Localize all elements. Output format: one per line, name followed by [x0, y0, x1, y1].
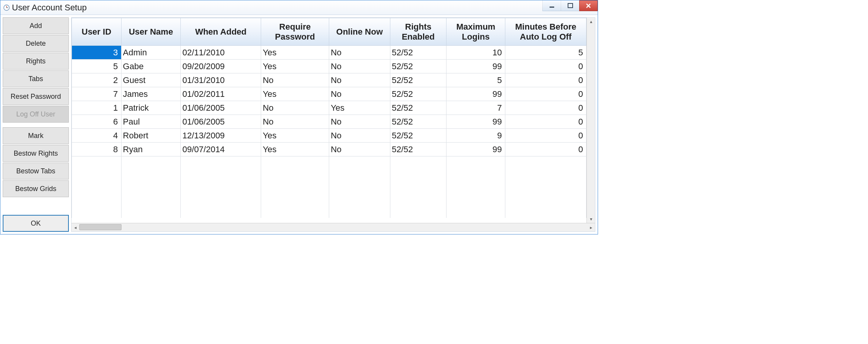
cell-user_id[interactable]: 4 [72, 129, 122, 143]
cell-user_name[interactable]: Paul [121, 115, 181, 129]
close-button[interactable] [579, 0, 598, 11]
cell-require_password[interactable]: No [261, 73, 329, 87]
col-header-user-name[interactable]: User Name [121, 18, 181, 46]
hscroll-track[interactable] [79, 223, 587, 231]
table-row[interactable]: 3Admin02/11/2010YesNo52/52105 [72, 46, 586, 60]
cell-when_added[interactable]: 09/07/2014 [181, 143, 261, 156]
col-header-require-password[interactable]: Require Password [261, 18, 329, 46]
cell-require_password[interactable]: No [261, 115, 329, 129]
cell-require_password[interactable]: Yes [261, 87, 329, 101]
cell-user_name[interactable]: Gabe [121, 60, 181, 73]
scroll-up-icon[interactable]: ▴ [587, 18, 595, 25]
cell-when_added[interactable]: 01/06/2005 [181, 101, 261, 115]
cell-auto_log_off[interactable]: 0 [505, 115, 586, 129]
cell-rights_enabled[interactable]: 52/52 [390, 143, 446, 156]
maximize-button[interactable] [561, 0, 579, 11]
minimize-button[interactable] [542, 0, 561, 11]
cell-user_name[interactable]: Robert [121, 129, 181, 143]
rights-button[interactable]: Rights [3, 53, 69, 70]
col-header-online-now[interactable]: Online Now [329, 18, 390, 46]
col-header-when-added[interactable]: When Added [181, 18, 261, 46]
horizontal-scrollbar[interactable]: ◂ ▸ [72, 223, 595, 231]
cell-maximum_logins[interactable]: 9 [446, 129, 505, 143]
cell-maximum_logins[interactable]: 99 [446, 143, 505, 156]
cell-user_name[interactable]: Ryan [121, 143, 181, 156]
cell-auto_log_off[interactable]: 0 [505, 73, 586, 87]
scroll-down-icon[interactable]: ▾ [587, 215, 595, 223]
cell-online_now[interactable]: No [329, 87, 390, 101]
cell-user_id[interactable]: 5 [72, 60, 122, 73]
cell-auto_log_off[interactable]: 0 [505, 60, 586, 73]
tabs-button[interactable]: Tabs [3, 70, 69, 87]
add-button[interactable]: Add [3, 17, 69, 34]
cell-when_added[interactable]: 01/02/2011 [181, 87, 261, 101]
cell-maximum_logins[interactable]: 99 [446, 87, 505, 101]
cell-maximum_logins[interactable]: 99 [446, 60, 505, 73]
cell-online_now[interactable]: No [329, 143, 390, 156]
col-header-user-id[interactable]: User ID [72, 18, 122, 46]
bestow-tabs-button[interactable]: Bestow Tabs [3, 163, 69, 179]
cell-online_now[interactable]: No [329, 60, 390, 73]
cell-require_password[interactable]: Yes [261, 60, 329, 73]
table-row[interactable]: 8Ryan09/07/2014YesNo52/52990 [72, 143, 586, 156]
col-header-rights-enabled[interactable]: Rights Enabled [390, 18, 446, 46]
cell-maximum_logins[interactable]: 10 [446, 46, 505, 60]
scroll-right-icon[interactable]: ▸ [587, 223, 595, 231]
table-row[interactable]: 1Patrick01/06/2005NoYes52/5270 [72, 101, 586, 115]
cell-rights_enabled[interactable]: 52/52 [390, 129, 446, 143]
bestow-grids-button[interactable]: Bestow Grids [3, 180, 69, 197]
cell-maximum_logins[interactable]: 7 [446, 101, 505, 115]
table-row[interactable]: 7James01/02/2011YesNo52/52990 [72, 87, 586, 101]
cell-rights_enabled[interactable]: 52/52 [390, 73, 446, 87]
titlebar[interactable]: User Account Setup [0, 0, 598, 15]
vertical-scrollbar[interactable]: ▴ ▾ [586, 18, 595, 223]
cell-rights_enabled[interactable]: 52/52 [390, 87, 446, 101]
table-row[interactable]: 5Gabe09/20/2009YesNo52/52990 [72, 60, 586, 73]
cell-online_now[interactable]: No [329, 129, 390, 143]
cell-online_now[interactable]: No [329, 73, 390, 87]
cell-user_id[interactable]: 7 [72, 87, 122, 101]
col-header-maximum-logins[interactable]: Maximum Logins [446, 18, 505, 46]
cell-when_added[interactable]: 02/11/2010 [181, 46, 261, 60]
cell-user_name[interactable]: Admin [121, 46, 181, 60]
cell-auto_log_off[interactable]: 0 [505, 129, 586, 143]
table-row[interactable]: 4Robert12/13/2009YesNo52/5290 [72, 129, 586, 143]
cell-require_password[interactable]: Yes [261, 46, 329, 60]
cell-online_now[interactable]: Yes [329, 101, 390, 115]
hscroll-thumb[interactable] [79, 224, 122, 230]
cell-maximum_logins[interactable]: 5 [446, 73, 505, 87]
ok-button[interactable]: OK [3, 215, 69, 232]
cell-rights_enabled[interactable]: 52/52 [390, 60, 446, 73]
user-grid[interactable]: User ID User Name When Added Require Pas… [72, 18, 586, 223]
cell-user_id[interactable]: 8 [72, 143, 122, 156]
cell-when_added[interactable]: 01/06/2005 [181, 115, 261, 129]
cell-rights_enabled[interactable]: 52/52 [390, 101, 446, 115]
cell-user_name[interactable]: Guest [121, 73, 181, 87]
bestow-rights-button[interactable]: Bestow Rights [3, 145, 69, 162]
cell-when_added[interactable]: 12/13/2009 [181, 129, 261, 143]
scroll-left-icon[interactable]: ◂ [72, 223, 79, 231]
cell-maximum_logins[interactable]: 99 [446, 115, 505, 129]
cell-auto_log_off[interactable]: 0 [505, 87, 586, 101]
cell-auto_log_off[interactable]: 0 [505, 143, 586, 156]
cell-user_name[interactable]: Patrick [121, 101, 181, 115]
delete-button[interactable]: Delete [3, 35, 69, 52]
cell-when_added[interactable]: 01/31/2010 [181, 73, 261, 87]
cell-user_id[interactable]: 1 [72, 101, 122, 115]
mark-button[interactable]: Mark [3, 127, 69, 144]
cell-when_added[interactable]: 09/20/2009 [181, 60, 261, 73]
cell-user_id[interactable]: 2 [72, 73, 122, 87]
cell-online_now[interactable]: No [329, 115, 390, 129]
table-row[interactable]: 2Guest01/31/2010NoNo52/5250 [72, 73, 586, 87]
col-header-auto-log-off[interactable]: Minutes Before Auto Log Off [505, 18, 586, 46]
cell-require_password[interactable]: Yes [261, 129, 329, 143]
cell-auto_log_off[interactable]: 5 [505, 46, 586, 60]
reset-password-button[interactable]: Reset Password [3, 88, 69, 105]
cell-user_id[interactable]: 3 [72, 46, 122, 60]
cell-online_now[interactable]: No [329, 46, 390, 60]
cell-auto_log_off[interactable]: 0 [505, 101, 586, 115]
cell-rights_enabled[interactable]: 52/52 [390, 115, 446, 129]
cell-user_id[interactable]: 6 [72, 115, 122, 129]
cell-rights_enabled[interactable]: 52/52 [390, 46, 446, 60]
grid-header-row[interactable]: User ID User Name When Added Require Pas… [72, 18, 586, 46]
